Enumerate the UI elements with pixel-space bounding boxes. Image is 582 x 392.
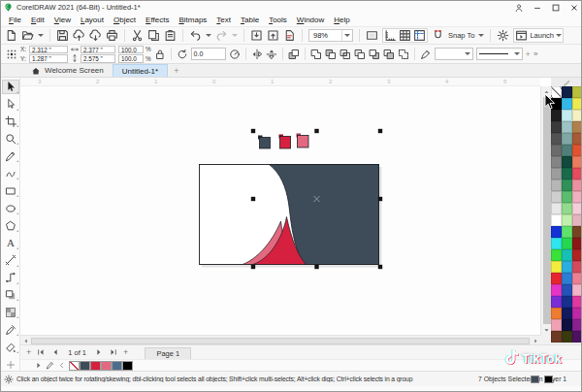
trim-icon[interactable] <box>325 49 337 60</box>
palette-swatch[interactable] <box>562 319 572 331</box>
width-input[interactable]: 2.377 " <box>81 46 115 54</box>
menu-item-object[interactable]: Object <box>109 16 141 24</box>
fullscreen-preview-icon[interactable] <box>366 29 378 42</box>
simplify-icon[interactable] <box>354 49 366 60</box>
launch-caret[interactable] <box>556 34 562 40</box>
swatch-red[interactable] <box>280 137 291 149</box>
handle-mid-left[interactable] <box>251 197 255 201</box>
open-document-icon[interactable] <box>21 29 34 42</box>
snap-icon[interactable] <box>432 29 444 42</box>
palette-swatch[interactable] <box>562 284 572 296</box>
palette-swatch[interactable] <box>572 308 582 319</box>
open-from-cloud-icon[interactable] <box>73 29 85 42</box>
snap-to-caret[interactable] <box>478 34 484 40</box>
palette-swatch[interactable] <box>562 261 572 273</box>
palette-swatch[interactable] <box>551 156 562 168</box>
document-palette-eyedropper-icon[interactable] <box>46 361 54 370</box>
handle-mid-right[interactable] <box>378 197 382 201</box>
palette-swatch[interactable] <box>562 98 572 110</box>
minimize-button[interactable] <box>533 3 542 13</box>
show-rulers-icon[interactable] <box>384 29 397 42</box>
scale-h-input[interactable]: 100.0 <box>118 46 144 54</box>
palette-swatch[interactable] <box>551 214 562 226</box>
tab-welcome-screen[interactable]: Welcome Screen <box>22 64 113 77</box>
palette-swatch[interactable] <box>562 249 572 261</box>
palette-swatch[interactable] <box>551 308 562 319</box>
palette-swatch[interactable] <box>562 296 572 308</box>
close-button[interactable] <box>569 3 579 13</box>
palette-swatch[interactable] <box>572 180 582 191</box>
palette-swatch[interactable] <box>572 145 582 156</box>
weld-icon[interactable] <box>310 49 322 60</box>
palette-swatch[interactable] <box>572 133 582 145</box>
palette-swatch[interactable] <box>562 156 572 168</box>
palette-swatch[interactable] <box>572 238 582 249</box>
x-position-input[interactable]: 2.312 " <box>29 46 68 54</box>
rotation-angle-input[interactable]: 0.0 <box>191 48 226 60</box>
menu-item-help[interactable]: Help <box>329 16 354 24</box>
palette-swatch[interactable] <box>562 145 572 156</box>
next-page-icon[interactable] <box>94 347 104 357</box>
palette-swatch[interactable] <box>572 168 582 180</box>
doc-swatch[interactable] <box>101 361 112 371</box>
palette-swatch[interactable] <box>551 191 562 203</box>
text-tool[interactable]: A <box>3 237 18 249</box>
menu-item-text[interactable]: Text <box>211 16 236 24</box>
menu-item-edit[interactable]: Edit <box>26 16 49 24</box>
create-boundary-icon[interactable] <box>398 49 409 60</box>
first-page-icon[interactable] <box>36 347 46 357</box>
palette-swatch[interactable] <box>572 261 582 273</box>
palette-swatch[interactable] <box>572 249 582 261</box>
palette-swatch[interactable] <box>551 133 562 145</box>
undo-dropdown-caret[interactable] <box>206 34 211 40</box>
show-grid-icon[interactable] <box>399 29 411 42</box>
palette-swatch[interactable] <box>562 168 572 180</box>
interactive-fill-tool[interactable] <box>3 342 18 354</box>
menu-item-table[interactable]: Table <box>236 16 264 24</box>
front-minus-back-icon[interactable] <box>369 49 380 60</box>
import-icon[interactable] <box>250 29 263 42</box>
doc-swatch-none[interactable] <box>69 361 80 371</box>
palette-swatch[interactable] <box>572 121 582 133</box>
palette-swatch[interactable] <box>551 121 562 133</box>
transparency-tool[interactable] <box>3 307 18 319</box>
tab-untitled-document[interactable]: Untitled-1* <box>113 64 168 77</box>
add-tool[interactable] <box>3 359 18 372</box>
last-page-icon[interactable] <box>109 347 118 357</box>
palette-swatch[interactable] <box>562 133 572 145</box>
y-position-input[interactable]: 1.287 " <box>29 54 68 63</box>
palette-swatch[interactable] <box>551 168 562 180</box>
doc-swatch[interactable] <box>90 361 101 371</box>
zoom-level-select[interactable]: 98% <box>308 29 353 42</box>
account-icon[interactable] <box>514 3 524 13</box>
palette-swatch[interactable] <box>562 308 572 319</box>
save-icon[interactable] <box>56 29 69 42</box>
palette-swatch[interactable] <box>551 203 562 214</box>
doc-swatch[interactable] <box>80 361 90 371</box>
new-document-icon[interactable] <box>5 29 17 42</box>
mirror-horizontal-icon[interactable] <box>251 49 263 60</box>
menu-item-bitmaps[interactable]: Bitmaps <box>174 16 211 24</box>
palette-swatch-none[interactable] <box>551 86 562 98</box>
palette-swatch[interactable] <box>572 214 582 226</box>
vertical-scrollbar[interactable] <box>540 86 551 335</box>
palette-swatch[interactable] <box>562 331 572 343</box>
outline-width-select[interactable] <box>435 48 473 60</box>
back-minus-front-icon[interactable] <box>383 49 395 60</box>
object-origin-icon[interactable] <box>6 49 17 60</box>
eyedropper-tool[interactable] <box>3 324 18 337</box>
palette-swatch[interactable] <box>551 145 562 156</box>
canvas[interactable] <box>20 86 540 335</box>
palette-swatch[interactable] <box>551 249 562 261</box>
order-objects-icon[interactable] <box>288 49 300 60</box>
menu-item-effects[interactable]: Effects <box>141 16 174 24</box>
palette-swatch[interactable] <box>551 110 562 121</box>
palette-swatch[interactable] <box>562 214 572 226</box>
palette-swatch[interactable] <box>572 98 582 110</box>
palette-swatch[interactable] <box>562 203 572 214</box>
horizontal-ruler[interactable]: 321012345 <box>20 78 540 86</box>
height-input[interactable]: 2.575 " <box>81 54 115 63</box>
palette-swatch[interactable] <box>551 284 562 296</box>
horizontal-scroll-thumb[interactable] <box>31 338 530 344</box>
maximize-button[interactable] <box>551 3 561 13</box>
